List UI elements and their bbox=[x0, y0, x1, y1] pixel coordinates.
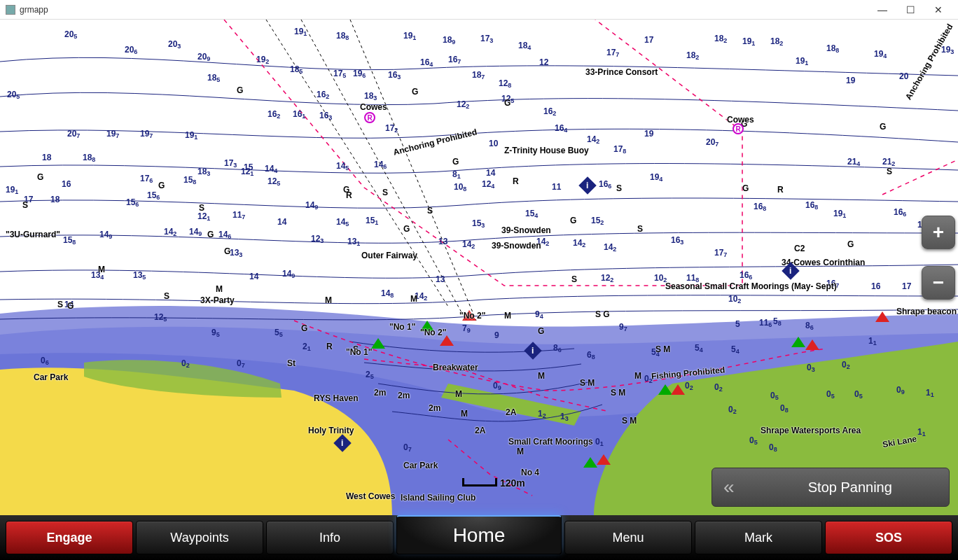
scale-label: 120m bbox=[500, 477, 525, 489]
chart-label: 2m bbox=[429, 403, 440, 413]
zoom-in-button[interactable]: + bbox=[922, 216, 955, 249]
chart-label: "3U-Gurnard" bbox=[6, 230, 60, 239]
chart-label: RYS Haven bbox=[314, 393, 359, 403]
app-icon bbox=[6, 5, 15, 15]
chart-label: C2 bbox=[794, 244, 805, 253]
chart-label: Breakwater bbox=[433, 363, 478, 372]
sos-button[interactable]: SOS bbox=[825, 521, 952, 554]
chart-label: "No 1" bbox=[389, 322, 415, 332]
chart-label: "No 2" bbox=[420, 328, 446, 337]
chart-label: Seasonal Small Craft Moorings (May- Sept… bbox=[665, 281, 837, 291]
info-button[interactable]: Info bbox=[266, 521, 394, 554]
chart-label: West Cowes bbox=[346, 491, 395, 501]
zoom-out-button[interactable]: − bbox=[922, 266, 955, 300]
chart-label: Z-Trinity House Buoy bbox=[504, 146, 589, 155]
chart-label: 2m bbox=[398, 391, 410, 400]
chart-label: Fishing Prohibited bbox=[651, 365, 726, 381]
chart-label: Outer Fairway bbox=[361, 251, 417, 260]
chart-label: "No 2" bbox=[459, 311, 485, 321]
waypoints-button[interactable]: Waypoints bbox=[136, 521, 263, 554]
chart-label: 33-Prince Consort bbox=[585, 67, 658, 77]
radio-beacon-marker: R bbox=[733, 123, 744, 134]
chart-label: "No 1" bbox=[346, 347, 372, 357]
chart-label: Anchoring Prohibited bbox=[392, 127, 478, 157]
menu-button[interactable]: Menu bbox=[564, 521, 692, 554]
window-title: grmapp bbox=[20, 5, 48, 15]
chart-label: Shrape Watersports Area bbox=[761, 426, 861, 435]
minimize-button[interactable]: — bbox=[868, 4, 896, 15]
chevron-left-icon: « bbox=[723, 476, 735, 498]
chart-label: 2m bbox=[374, 388, 386, 398]
chart-label: No 4 bbox=[521, 468, 539, 477]
chart-label: 3X-Party bbox=[200, 295, 235, 305]
chart-label: Car Park bbox=[403, 461, 438, 470]
nautical-chart[interactable]: 2052031911881911891731841771718218219118… bbox=[0, 20, 958, 515]
bottom-nav: Engage Waypoints Info Home Menu Mark SOS bbox=[0, 515, 958, 560]
chart-label: 39-Snowden bbox=[501, 225, 551, 235]
chart-label: 39-Snowden bbox=[492, 241, 541, 251]
chart-label: Small Craft Moorings bbox=[508, 437, 593, 447]
maximize-button[interactable]: ☐ bbox=[896, 4, 924, 15]
stop-panning-button[interactable]: « Stop Panning bbox=[711, 468, 950, 507]
radio-beacon-marker: R bbox=[364, 112, 375, 123]
chart-label: St bbox=[287, 358, 296, 368]
chart-label: 2A bbox=[475, 426, 485, 435]
chart-label: Shrape beacon bbox=[896, 307, 957, 316]
scale-bar: 120m bbox=[462, 477, 525, 489]
chart-label: 2A bbox=[506, 407, 516, 417]
chart-label: Anchoring Prohibited bbox=[903, 22, 954, 102]
window-titlebar: grmapp — ☐ ✕ bbox=[0, 0, 958, 20]
stop-panning-label: Stop Panning bbox=[763, 479, 938, 496]
close-button[interactable]: ✕ bbox=[924, 4, 952, 15]
chart-labels: "3U-Gurnard"Cowes33-Prince ConsortCowesZ… bbox=[0, 20, 958, 515]
chart-label: Island Sailing Club bbox=[401, 493, 475, 503]
mark-button[interactable]: Mark bbox=[695, 521, 822, 554]
chart-label: Holy Trinity bbox=[308, 426, 354, 435]
chart-label: Ski Lane bbox=[882, 434, 917, 449]
home-button[interactable]: Home bbox=[396, 515, 562, 554]
engage-button[interactable]: Engage bbox=[6, 521, 133, 554]
chart-label: Car Park bbox=[34, 372, 68, 382]
chart-label: Cowes bbox=[360, 102, 387, 112]
